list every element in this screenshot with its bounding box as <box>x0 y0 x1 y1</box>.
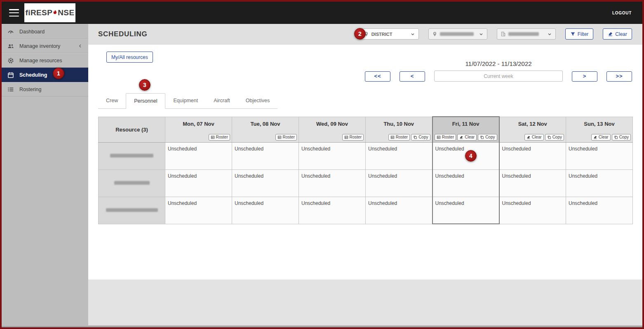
table-row: Unscheduled Unscheduled Unscheduled Unsc… <box>99 169 633 197</box>
copy-button[interactable]: Copy <box>612 134 631 141</box>
filter-bar: DISTRICT Filter <box>360 28 632 40</box>
copy-button[interactable]: Copy <box>478 134 497 141</box>
redacted-dropdown-value <box>440 32 474 36</box>
window-bottom-edge <box>2 325 642 327</box>
clear-day-button[interactable]: Clear <box>591 134 611 141</box>
sidebar: Dashboard Manage inventory Manage resour… <box>2 24 88 327</box>
resource-name-redacted <box>99 197 165 224</box>
region-dropdown[interactable] <box>428 28 487 40</box>
current-week-button[interactable]: Current week <box>434 70 563 82</box>
tab-personnel[interactable]: Personnel <box>126 93 165 109</box>
annotation-badge-2: 2 <box>354 28 366 40</box>
schedule-cell[interactable]: Unscheduled <box>366 142 432 169</box>
roster-icon <box>211 135 215 139</box>
hamburger-menu-icon[interactable] <box>9 9 19 16</box>
clear-day-button[interactable]: Clear <box>524 134 544 141</box>
gear-icon <box>7 57 14 64</box>
previous-week-button[interactable]: < <box>400 71 425 82</box>
clear-day-button[interactable]: Clear <box>457 134 477 141</box>
schedule-cell[interactable]: Unscheduled <box>432 197 499 224</box>
annotation-badge-1: 1 <box>53 68 64 79</box>
schedule-cell[interactable]: Unscheduled <box>232 197 299 224</box>
location-pin-icon <box>432 31 437 37</box>
county-dropdown[interactable] <box>497 28 556 40</box>
schedule-cell[interactable]: Unscheduled <box>165 197 232 224</box>
next-week-button[interactable]: > <box>572 71 597 82</box>
copy-icon <box>547 135 551 139</box>
list-icon <box>7 86 14 93</box>
page-title: SCHEDULING <box>98 30 147 38</box>
schedule-cell[interactable]: Unscheduled <box>299 142 366 169</box>
filter-button[interactable]: Filter <box>565 28 594 40</box>
schedule-cell[interactable]: Unscheduled <box>566 197 633 224</box>
schedule-cell[interactable]: Unscheduled <box>366 169 432 197</box>
sidebar-item-scheduling[interactable]: Scheduling <box>2 68 88 82</box>
schedule-cell[interactable]: Unscheduled <box>165 142 232 169</box>
sidebar-item-manage-resources[interactable]: Manage resources <box>2 53 88 68</box>
eraser-icon <box>459 135 463 139</box>
eraser-icon <box>593 135 597 139</box>
copy-button[interactable]: Copy <box>545 134 564 141</box>
chevron-down-icon <box>547 32 552 37</box>
chevron-left-icon <box>78 44 82 48</box>
sidebar-item-label: Manage resources <box>19 58 62 63</box>
users-icon <box>7 43 14 49</box>
schedule-table: Resource (3) Mon, 07 Nov Roster Tue, 08 … <box>98 116 633 224</box>
eraser-icon <box>608 31 613 37</box>
sidebar-item-dashboard[interactable]: Dashboard <box>2 24 88 39</box>
resource-name-redacted <box>99 169 165 197</box>
resource-tabs: Crew Personnel Equipment Aircraft Object… <box>98 93 277 109</box>
roster-button[interactable]: Roster <box>342 134 364 141</box>
schedule-cell[interactable]: Unscheduled <box>566 169 633 197</box>
schedule-cell[interactable]: Unscheduled <box>432 169 499 197</box>
last-week-button[interactable]: >> <box>606 71 632 82</box>
resource-name-redacted <box>99 142 165 169</box>
schedule-cell[interactable]: Unscheduled <box>299 169 366 197</box>
roster-icon <box>437 135 441 139</box>
schedule-cell[interactable]: Unscheduled <box>566 142 633 169</box>
schedule-cell[interactable]: Unscheduled <box>499 197 566 224</box>
tab-crew[interactable]: Crew <box>98 93 126 108</box>
roster-button[interactable]: Roster <box>435 134 456 141</box>
tab-equipment[interactable]: Equipment <box>165 93 206 108</box>
roster-button[interactable]: Roster <box>275 134 297 141</box>
sidebar-item-label: Manage inventory <box>19 43 60 49</box>
copy-button[interactable]: Copy <box>411 134 430 141</box>
clear-button[interactable]: Clear <box>603 28 632 40</box>
first-week-button[interactable]: << <box>365 71 390 82</box>
chevron-down-icon <box>410 32 415 37</box>
table-row: Unscheduled Unscheduled Unscheduled Unsc… <box>99 197 633 224</box>
district-dropdown[interactable]: DISTRICT <box>360 28 419 40</box>
sidebar-item-label: Dashboard <box>19 29 45 35</box>
schedule-cell[interactable]: Unscheduled <box>232 169 299 197</box>
schedule-cell[interactable]: Unscheduled <box>232 142 299 169</box>
schedule-cell[interactable]: Unscheduled <box>299 197 366 224</box>
gauge-icon <box>7 28 14 35</box>
copy-icon <box>480 135 484 139</box>
district-dropdown-value: DISTRICT <box>371 32 393 37</box>
chevron-down-icon <box>479 32 484 37</box>
schedule-cell[interactable]: Unscheduled <box>366 197 432 224</box>
copy-icon <box>413 135 417 139</box>
sidebar-item-rostering[interactable]: Rostering <box>2 82 88 96</box>
redacted-dropdown-value <box>508 32 539 36</box>
annotation-badge-3: 3 <box>139 79 150 91</box>
roster-button[interactable]: Roster <box>388 134 410 141</box>
roster-button[interactable]: Roster <box>209 134 230 141</box>
funnel-icon <box>570 31 576 37</box>
day-column-header-tue: Tue, 08 Nov Roster <box>232 117 299 142</box>
day-column-header-sat: Sat, 12 Nov Clear Copy <box>499 117 566 142</box>
tab-objectives[interactable]: Objectives <box>238 93 277 108</box>
my-all-resources-button[interactable]: My/All resources <box>106 52 153 63</box>
schedule-cell[interactable]: Unscheduled <box>165 169 232 197</box>
schedule-cell[interactable]: Unscheduled <box>499 169 566 197</box>
sidebar-item-manage-inventory[interactable]: Manage inventory <box>2 39 88 53</box>
schedule-cell[interactable]: Unscheduled <box>499 142 566 169</box>
logout-button[interactable]: LOGOUT <box>612 11 632 15</box>
flame-icon <box>52 9 58 16</box>
app-window: fiRESP NSE LOGOUT Dashboard Manage inven… <box>0 0 644 329</box>
tab-aircraft[interactable]: Aircraft <box>206 93 238 108</box>
firesponse-logo: fiRESP NSE <box>24 3 75 22</box>
brand-text: fiRESP NSE <box>25 8 74 17</box>
day-column-header-wed: Wed, 09 Nov Roster <box>299 117 366 142</box>
